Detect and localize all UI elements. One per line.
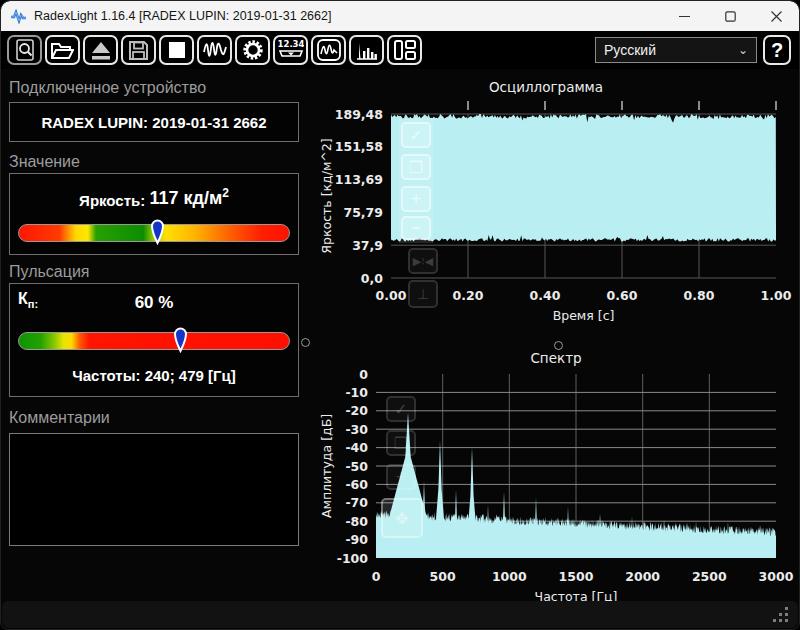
svg-text:0: 0 [359, 367, 368, 382]
osc-ghost-annotate-button[interactable]: ✓ [401, 122, 431, 148]
settings-button[interactable] [235, 35, 270, 65]
stop-button[interactable] [159, 35, 194, 65]
svg-text:-30: -30 [345, 422, 368, 437]
svg-text:151,58: 151,58 [335, 139, 383, 154]
minimize-button[interactable] [661, 1, 707, 31]
svg-text:-90: -90 [345, 532, 368, 547]
luminance-value: Яркость: 117 кд/м2 [10, 186, 298, 209]
svg-text:0.80: 0.80 [684, 288, 715, 303]
spectrum-plot[interactable]: Спектр0-10-20-30-40-50-60-70-80-90-10005… [311, 346, 800, 630]
svg-text:3000: 3000 [759, 569, 794, 584]
svg-text:-70: -70 [345, 495, 368, 510]
oscillogram-plot[interactable]: Осциллограмма189,48151,58113,6975,7937,9… [311, 76, 800, 346]
svg-text:0.40: 0.40 [530, 288, 561, 303]
comments-section-header: Комментарии [9, 409, 110, 427]
svg-text:Спектр: Спектр [530, 350, 581, 366]
svg-text:113,69: 113,69 [335, 172, 383, 187]
eject-device-button[interactable] [83, 35, 118, 65]
osc-ghost-fit-height-button[interactable]: ⊥ [408, 280, 438, 308]
svg-text:Амплитуда [дБ]: Амплитуда [дБ] [319, 414, 334, 518]
svg-text:-40: -40 [345, 440, 368, 455]
svg-text:0: 0 [372, 569, 381, 584]
svg-text:75,79: 75,79 [343, 205, 383, 220]
open-file-button[interactable] [45, 35, 80, 65]
app-icon [10, 9, 27, 24]
svg-text:-80: -80 [345, 514, 368, 529]
pulsation-scale-bar [18, 332, 290, 350]
kp-value: 60 % [10, 293, 298, 313]
splitter-dot-left[interactable] [301, 338, 310, 347]
spectrum-view-button[interactable] [349, 35, 384, 65]
svg-text:0.20: 0.20 [453, 288, 484, 303]
svg-text:2500: 2500 [692, 569, 727, 584]
svg-text:0.00: 0.00 [376, 288, 407, 303]
layout-button[interactable] [387, 35, 422, 65]
spec-ghost-copy-button[interactable]: ❐ [386, 430, 416, 456]
svg-text:-50: -50 [345, 459, 368, 474]
svg-text:0,0: 0,0 [361, 271, 383, 286]
osc-ghost-copy-button[interactable]: ❐ [401, 154, 431, 180]
help-label: ? [771, 39, 783, 62]
spec-ghost-zoom-in-button[interactable]: + [386, 464, 416, 490]
svg-text:2000: 2000 [625, 569, 660, 584]
maximize-button[interactable] [707, 1, 753, 31]
oscillogram-chart: Осциллограмма189,48151,58113,6975,7937,9… [311, 76, 800, 346]
osc-ghost-zoom-in-button[interactable]: + [401, 186, 431, 212]
svg-text:500: 500 [430, 569, 456, 584]
waveform-mode-button[interactable] [197, 35, 232, 65]
svg-text:1.00: 1.00 [761, 288, 792, 303]
close-button[interactable] [753, 1, 799, 31]
help-button[interactable]: ? [763, 35, 791, 65]
oscillogram-view-button[interactable] [311, 35, 346, 65]
svg-text:Осциллограмма: Осциллограмма [489, 79, 603, 95]
pulsation-scale [18, 332, 290, 350]
title-bar[interactable]: RadexLight 1.16.4 [RADEX LUPIN: 2019-01-… [1, 1, 799, 31]
svg-text:Яркость [кд/м^2]: Яркость [кд/м^2] [319, 138, 334, 253]
svg-text:1500: 1500 [559, 569, 594, 584]
numeric-display-button[interactable]: 12.34 [273, 35, 308, 65]
app-window: RadexLight 1.16.4 [RADEX LUPIN: 2019-01-… [0, 0, 800, 630]
window-title: RadexLight 1.16.4 [RADEX LUPIN: 2019-01-… [34, 9, 331, 23]
luminance-scale [18, 224, 290, 242]
device-name: RADEX LUPIN: 2019-01-31 2662 [10, 103, 298, 141]
save-button[interactable] [121, 35, 156, 65]
svg-text:-60: -60 [345, 477, 368, 492]
luminance-marker [150, 217, 165, 245]
frequencies-text: Частоты: 240; 479 [Гц] [10, 367, 298, 384]
pulsation-section-header: Пульсация [9, 263, 89, 281]
svg-text:-100: -100 [337, 551, 369, 566]
pulsation-box: Кп: 60 % Частоты: 240; 479 [Гц] [9, 283, 299, 397]
osc-ghost-fit-width-button[interactable]: ▶⁝◀ [408, 248, 438, 274]
svg-text:-10: -10 [345, 385, 368, 400]
svg-text:0.60: 0.60 [607, 288, 638, 303]
report-preview-button[interactable] [7, 35, 42, 65]
osc-ghost-zoom-out-button[interactable]: − [401, 216, 431, 240]
toolbar: 12.34 Русский ⌄ ? [1, 31, 799, 69]
svg-text:189,48: 189,48 [335, 107, 383, 122]
value-section-header: Значение [9, 153, 80, 171]
chevron-down-icon: ⌄ [738, 43, 748, 57]
spec-ghost-annotate-button[interactable]: ✓ [386, 396, 416, 422]
numeric-display-text: 12.34 [278, 39, 304, 49]
value-box: Яркость: 117 кд/м2 [9, 173, 299, 255]
svg-text:37,9: 37,9 [352, 238, 383, 253]
language-value: Русский [604, 42, 656, 58]
resize-grip[interactable] [773, 607, 788, 622]
status-bar [2, 601, 798, 628]
svg-text:1000: 1000 [492, 569, 527, 584]
svg-text:Время [с]: Время [с] [553, 308, 615, 323]
device-section-header: Подключенное устройство [9, 79, 206, 97]
comments-input[interactable] [9, 433, 299, 546]
spec-ghost-pan-button[interactable]: ✥ [381, 498, 423, 538]
device-box: RADEX LUPIN: 2019-01-31 2662 [9, 102, 299, 142]
spectrum-chart: Спектр0-10-20-30-40-50-60-70-80-90-10005… [311, 346, 800, 630]
pulsation-marker [173, 325, 188, 353]
svg-text:-20: -20 [345, 403, 368, 418]
language-select[interactable]: Русский ⌄ [595, 37, 757, 63]
